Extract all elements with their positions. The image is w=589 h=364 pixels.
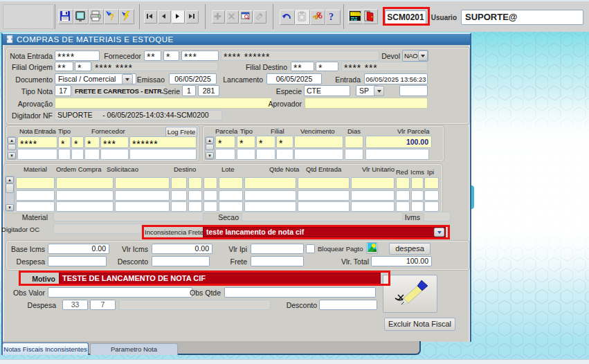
svg-text:Menu: Menu	[351, 12, 361, 17]
svg-text:?: ?	[109, 12, 114, 21]
svg-text:?: ?	[329, 12, 334, 22]
